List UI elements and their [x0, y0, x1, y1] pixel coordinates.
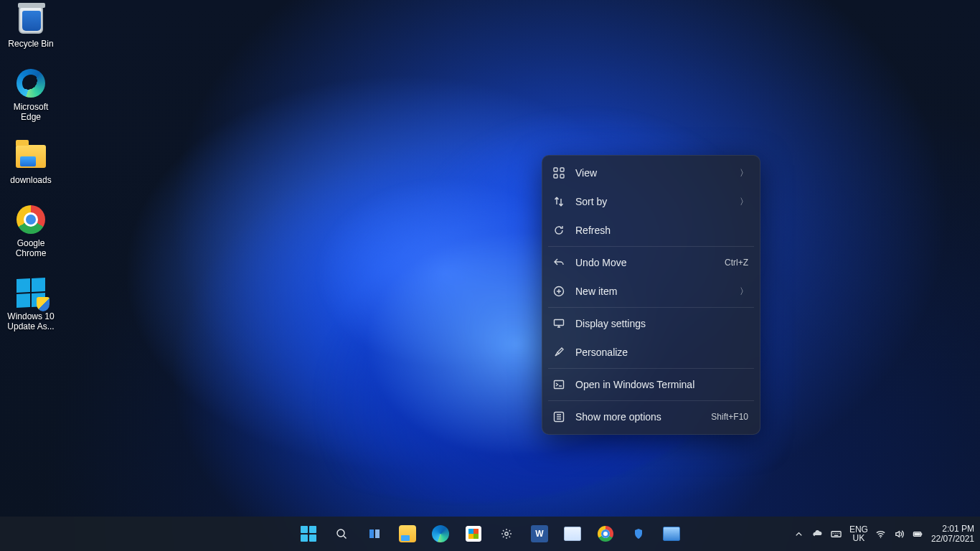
- svg-rect-6: [555, 381, 564, 389]
- terminal-icon: [552, 378, 565, 391]
- clock[interactable]: 2:01 PM 22/07/2021: [931, 524, 974, 544]
- undo-icon: [552, 256, 565, 269]
- svg-rect-12: [831, 531, 841, 537]
- recycle-bin-icon: [15, 4, 47, 36]
- menu-item-shortcut: Shift+F10: [711, 412, 748, 422]
- svg-rect-9: [369, 529, 374, 538]
- onedrive-icon[interactable]: [812, 528, 824, 540]
- desktop-icon-recycle-bin[interactable]: Recycle Bin: [3, 4, 59, 49]
- menu-item-undo-move[interactable]: Undo Move Ctrl+Z: [542, 248, 760, 277]
- svg-rect-15: [915, 532, 920, 535]
- chevron-right-icon: 〉: [740, 167, 748, 179]
- chrome-icon: [15, 204, 47, 235]
- desktop-icon-label: Recycle Bin: [8, 39, 53, 49]
- menu-item-sort-by[interactable]: Sort by 〉: [542, 187, 760, 216]
- edge-icon: [15, 67, 47, 99]
- svg-rect-3: [560, 174, 564, 178]
- taskbar-system-tray: ENG UK 2:01 PM 22/07/2021: [793, 524, 974, 544]
- clock-time: 2:01 PM: [931, 524, 974, 534]
- taskbar-app-store[interactable]: [459, 519, 488, 548]
- menu-item-more-options[interactable]: Show more options Shift+F10: [542, 402, 760, 431]
- menu-item-label: Display settings: [575, 318, 748, 329]
- screenshot-icon: [662, 524, 681, 543]
- more-options-icon: [552, 410, 565, 423]
- menu-item-personalize[interactable]: Personalize: [542, 338, 760, 367]
- menu-item-label: New item: [575, 286, 734, 297]
- display-icon: [552, 317, 565, 330]
- desktop-icon-label: downloads: [10, 175, 51, 185]
- file-explorer-icon: [398, 524, 417, 543]
- taskbar-app-security[interactable]: [624, 519, 653, 548]
- volume-icon[interactable]: [894, 528, 905, 540]
- shield-icon: [629, 524, 648, 543]
- windows-logo-icon: [299, 524, 318, 543]
- view-icon: [552, 166, 565, 179]
- clock-date: 22/07/2021: [931, 534, 974, 544]
- plus-circle-icon: [552, 285, 565, 298]
- menu-separator: [548, 368, 754, 369]
- desktop-icon-chrome[interactable]: Google Chrome: [3, 204, 59, 258]
- menu-item-label: Show more options: [575, 411, 711, 423]
- chevron-right-icon: 〉: [740, 286, 748, 298]
- svg-rect-1: [560, 168, 564, 171]
- refresh-icon: [552, 224, 565, 237]
- desktop-icon-win10-update[interactable]: Windows 10 Update As...: [3, 277, 59, 331]
- taskbar-app-word[interactable]: W: [525, 519, 554, 548]
- taskbar: W ENG UK: [0, 517, 980, 551]
- svg-rect-5: [555, 320, 564, 326]
- menu-item-terminal[interactable]: Open in Windows Terminal: [542, 370, 760, 399]
- desktop-icon-label: Google Chrome: [3, 238, 59, 258]
- menu-item-new[interactable]: New item 〉: [542, 277, 760, 306]
- menu-separator: [548, 400, 754, 401]
- sort-icon: [552, 195, 565, 208]
- menu-item-shortcut: Ctrl+Z: [725, 258, 748, 268]
- desktop[interactable]: Recycle Bin Microsoft Edge downloads Goo…: [0, 0, 980, 551]
- menu-item-view[interactable]: View 〉: [542, 159, 760, 187]
- svg-rect-0: [554, 168, 557, 171]
- menu-item-label: Undo Move: [575, 257, 725, 268]
- desktop-context-menu: View 〉 Sort by 〉 Refresh Undo Move Ctrl+…: [542, 155, 760, 435]
- gear-icon: [497, 524, 516, 543]
- wifi-icon[interactable]: [875, 528, 887, 540]
- taskbar-app-edge[interactable]: [426, 519, 455, 548]
- task-view-icon: [365, 524, 384, 543]
- search-icon: [332, 524, 351, 543]
- start-button[interactable]: [294, 519, 323, 548]
- taskbar-app-snipping[interactable]: [558, 519, 587, 548]
- taskbar-app-settings[interactable]: [492, 519, 521, 548]
- menu-item-label: Personalize: [575, 347, 748, 358]
- task-view-button[interactable]: [360, 519, 389, 548]
- keyboard-icon[interactable]: [831, 528, 842, 540]
- menu-separator: [548, 246, 754, 247]
- folder-icon: [15, 141, 47, 172]
- svg-point-13: [880, 537, 882, 538]
- tray-overflow-button[interactable]: [793, 528, 805, 540]
- taskbar-pinned-apps: W: [294, 519, 686, 548]
- language-indicator[interactable]: ENG UK: [849, 525, 868, 542]
- menu-item-refresh[interactable]: Refresh: [542, 216, 760, 245]
- menu-item-label: Refresh: [575, 225, 748, 236]
- language-bottom: UK: [849, 534, 868, 542]
- battery-icon[interactable]: [913, 528, 924, 540]
- menu-separator: [548, 307, 754, 308]
- chevron-right-icon: 〉: [740, 196, 748, 208]
- taskbar-app-chrome[interactable]: [591, 519, 620, 548]
- brush-icon: [552, 346, 565, 359]
- desktop-icon-label: Windows 10 Update As...: [3, 311, 59, 331]
- word-icon: W: [530, 524, 549, 543]
- menu-item-label: Sort by: [575, 196, 734, 207]
- desktop-icons-column: Recycle Bin Microsoft Edge downloads Goo…: [3, 4, 59, 331]
- menu-item-label: View: [575, 167, 734, 179]
- desktop-icon-edge[interactable]: Microsoft Edge: [3, 67, 59, 122]
- taskbar-app-screenshot[interactable]: [657, 519, 686, 548]
- menu-item-label: Open in Windows Terminal: [575, 379, 748, 390]
- chrome-icon: [596, 524, 615, 543]
- store-icon: [464, 524, 483, 543]
- search-button[interactable]: [327, 519, 356, 548]
- svg-rect-10: [375, 529, 380, 538]
- menu-item-display-settings[interactable]: Display settings: [542, 309, 760, 338]
- desktop-icon-label: Microsoft Edge: [3, 102, 59, 122]
- desktop-icon-downloads[interactable]: downloads: [3, 141, 59, 185]
- taskbar-app-explorer[interactable]: [393, 519, 422, 548]
- edge-icon: [431, 524, 450, 543]
